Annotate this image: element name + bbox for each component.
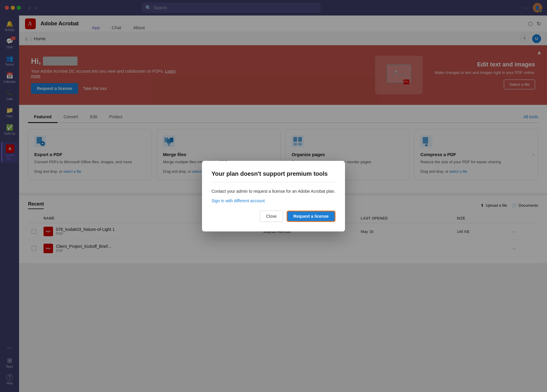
modal-description: Contact your admin to request a license …	[212, 188, 335, 195]
modal-actions: Close Request a license	[212, 211, 335, 222]
modal-overlay[interactable]: Your plan doesn't support premium tools …	[0, 0, 547, 392]
modal-title: Your plan doesn't support premium tools	[212, 170, 335, 182]
modal: Your plan doesn't support premium tools …	[202, 161, 345, 231]
modal-close-button[interactable]: Close	[260, 211, 283, 222]
modal-request-button[interactable]: Request a license	[287, 211, 335, 222]
sign-in-link[interactable]: Sign in with different account	[212, 198, 265, 203]
